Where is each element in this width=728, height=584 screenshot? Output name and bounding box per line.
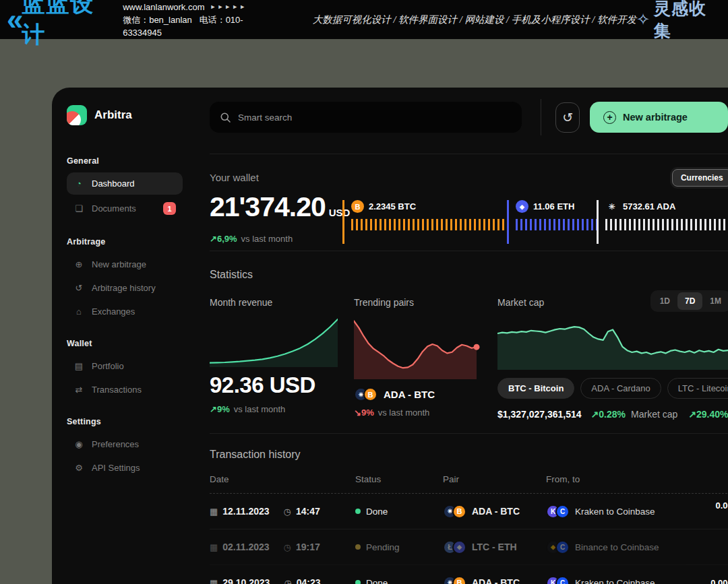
divider [210,251,728,251]
sidebar-item-portfolio[interactable]: ▤ Portfolio [67,355,183,377]
range-toggle: 1D 7D 1M [650,290,728,312]
month-revenue-title: Month revenue [210,297,354,308]
tab-currencies[interactable]: Currencies [672,169,728,187]
col-status: Status [355,474,443,484]
tx-date: 02.11.2023 [222,542,269,552]
clock-icon: ◷ [284,578,291,584]
history-icon: ↺ [73,283,84,293]
trend-up-icon: ↗ [210,404,217,414]
tx-route: Kraken to Coinbase [575,578,655,584]
search-box[interactable] [210,102,522,133]
sidebar-item-label: Transactions [92,385,142,395]
sidebar-item-exchanges[interactable]: ⌂ Exchanges [67,300,183,323]
btc-segment[interactable]: B 2.2345 BTC [342,200,507,244]
tx-route: Kraken to Coinbase [575,507,655,517]
sidebar: Arbitra General ◔ Dashboard ❏ Documents … [52,88,192,584]
volume-change: 29.40% [696,409,728,420]
tx-time: 04:23 [297,577,321,584]
nav-section-settings: Settings ◉ Preferences ⚙ API Settings [67,417,183,479]
col-from-to: From, to [546,474,673,484]
sidebar-item-label: Preferences [92,439,139,449]
sidebar-item-api-settings[interactable]: ⚙ API Settings [67,457,183,479]
coinbase-icon: C [555,505,570,519]
nav-header-wallet: Wallet [67,339,183,348]
tx-time: 19:17 [296,542,320,552]
market-cap-change: 0.28% [599,409,626,420]
history-icon: ↺ [562,110,573,125]
wallet-currency-bars: B 2.2345 BTC ◆ 11.06 ETH ✳ 5732.61 ADA [342,200,728,244]
market-cap-chart [497,317,728,370]
wallet-change-suffix: vs last month [241,234,293,244]
calendar-icon: ▦ [210,542,218,552]
btc-icon: B [452,576,466,584]
search-input[interactable] [238,112,511,123]
banner-url[interactable]: www.lanlanwork.com [123,1,204,13]
wallet-header: Your wallet Currencies Exchanges [210,172,728,184]
coin-chips: BTC - Bitcoin ADA - Cardano LTC - Liteco… [497,378,728,399]
plug-icon: ⚙ [73,463,84,473]
market-cap-label: Market cap [631,409,677,420]
new-arbitrage-button[interactable]: + New arbitrage [590,102,728,133]
eth-amount: 11.06 ETH [533,201,574,212]
trending-pairs-panel: Trending pairs ✳ B ADA - BTC ↘9% vs last… [354,297,497,420]
dashboard-card: Arbitra General ◔ Dashboard ❏ Documents … [52,88,728,584]
chip-ada-cardano[interactable]: ADA - Cardano [580,378,661,399]
month-revenue-change: 9% [217,404,230,414]
btc-icon: B [351,200,364,213]
chip-btc-bitcoin[interactable]: BTC - Bitcoin [497,378,574,399]
toggle-icon: ◉ [73,439,84,449]
history-button[interactable]: ↺ [555,102,580,133]
btc-icon: B [452,505,466,519]
banner-wechat: 微信：ben_lanlan [123,15,192,25]
nav-section-arbitrage: Arbitrage ⊕ New arbitrage ↺ Arbitrage hi… [67,237,183,323]
ada-icon: ✳ [605,200,618,213]
range-1m[interactable]: 1M [702,292,728,310]
sidebar-item-documents[interactable]: ❏ Documents 1 [67,196,183,221]
sidebar-item-label: Dashboard [92,179,135,189]
trend-up-icon: ↗ [688,409,696,420]
promo-banner: « 蓝蓝设计 www.lanlanwork.com ►►►►► 微信：ben_l… [0,0,728,39]
search-icon [220,112,231,123]
sidebar-item-arbitrage-history[interactable]: ↺ Arbitrage history [67,277,183,299]
main-content: ↺ + New arbitrage Your wallet Currencies… [192,88,728,584]
tx-pair: LTC - ETH [472,542,517,552]
status-dot-pending [355,544,361,550]
app-brand[interactable]: Arbitra [67,105,183,125]
sidebar-item-dashboard[interactable]: ◔ Dashboard [67,172,183,195]
tx-amount-2: 1 [673,511,728,523]
range-7d[interactable]: 7D [677,292,702,310]
btc-icon: B [363,387,377,401]
tx-amount: 0.0000 [673,577,728,584]
lanlan-logo[interactable]: « 蓝蓝设计 [7,0,112,51]
trending-pairs-title: Trending pairs [354,297,497,308]
chip-ltc-litecoin[interactable]: LTC - Litecoin [667,378,728,399]
coinbase-icon: C [555,576,570,584]
table-row[interactable]: ▦ 02.11.2023 ◷ 19:17 Pending Ł ◆ LTC - E… [210,529,728,565]
calendar-icon: ▦ [210,507,218,517]
tx-time: 14:47 [296,506,320,517]
wallet-tabs: Currencies Exchanges [670,167,728,189]
wallet-icon: ▤ [73,361,84,371]
table-row[interactable]: ▦ 12.11.2023 ◷ 14:47 Done ✳ B ADA - BTC … [210,494,728,529]
statistics-row: Month revenue 92.36 USD ↗9% vs last mont… [210,297,728,420]
wallet-row: 21'374.20USD ↗6,9% vs last month B 2.234… [210,192,728,244]
market-cap-value: $1,327,027,361,514 [497,409,582,420]
sidebar-item-label: Portfolio [92,361,124,371]
table-row[interactable]: ▦ 29.10.2023 ◷ 04:23 Done ✳ B ADA - BTC … [210,565,728,584]
balance-value: 21'374.20 [210,191,326,222]
tx-route: Binance to Coinbase [575,542,659,552]
sidebar-item-label: Documents [92,203,136,214]
eth-segment[interactable]: ◆ 11.06 ETH [507,200,597,244]
sidebar-item-transactions[interactable]: ⇄ Transactions [67,379,183,401]
month-revenue-panel: Month revenue 92.36 USD ↗9% vs last mont… [210,297,354,420]
sidebar-item-preferences[interactable]: ◉ Preferences [67,433,183,455]
sidebar-item-label: Exchanges [92,306,135,317]
plus-icon: + [603,111,616,124]
inspiration-collect-link[interactable]: ✧ 灵感收集 [636,0,719,42]
range-1d[interactable]: 1D [653,292,677,310]
transaction-history-title: Transaction history [210,449,728,461]
topbar: ↺ + New arbitrage [210,102,728,133]
status-badge: Pending [366,542,400,552]
sidebar-item-new-arbitrage[interactable]: ⊕ New arbitrage [67,253,183,275]
ada-segment[interactable]: ✳ 5732.61 ADA [597,200,728,244]
